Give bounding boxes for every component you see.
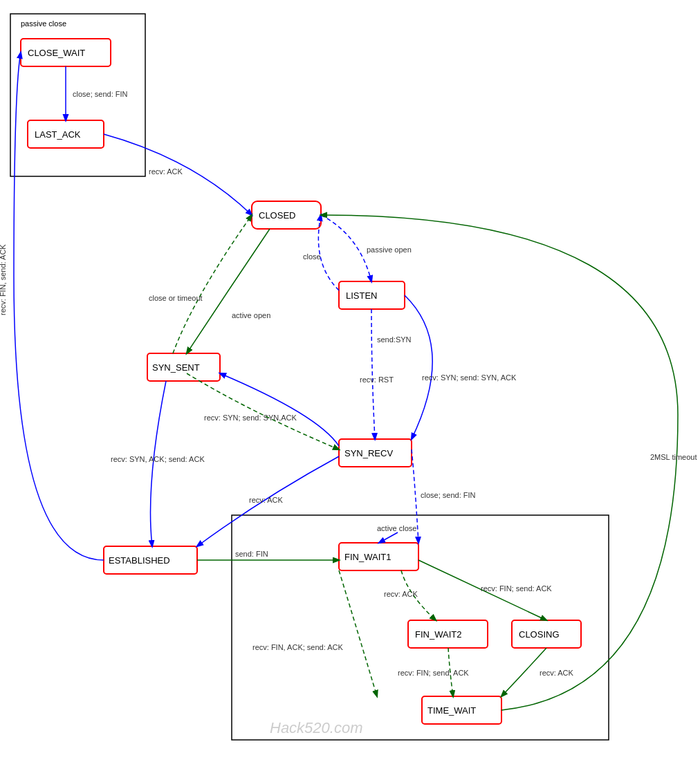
syn-recv-to-syn-sent (220, 373, 339, 446)
recv-fin-send-ack-label2: recv: FIN; send: ACK (481, 584, 552, 593)
closed-label: CLOSED (259, 210, 295, 221)
time-wait-label: TIME_WAIT (427, 705, 476, 716)
recv-fin-send-ack-label3: recv: FIN; send: ACK (398, 669, 469, 677)
recv-ack-label2: recv: ACK (249, 496, 284, 504)
tcp-state-diagram: Hack520.com passive close CLOSE_WAIT LAS… (0, 0, 700, 771)
listen-label: LISTEN (346, 290, 378, 301)
close-or-timeout-label: close or timeout (149, 294, 203, 302)
close-wait-label: CLOSE_WAIT (28, 48, 85, 58)
syn-recv-label: SYN_RECV (344, 448, 393, 458)
recv-ack-label4: recv: ACK (540, 669, 574, 677)
fin-wait1-label: FIN_WAIT1 (344, 552, 391, 562)
last-ack-label: LAST_ACK (35, 129, 81, 140)
close-send-fin-label2: close; send: FIN (421, 491, 476, 499)
close-label: close (303, 252, 321, 261)
closing-label: CLOSING (519, 629, 560, 640)
close-send-fin-label: close; send: FIN (73, 90, 128, 98)
recv-ack-label1: recv: ACK (149, 167, 183, 176)
fin-wait2-label: FIN_WAIT2 (415, 629, 461, 640)
listen-to-closed (318, 215, 339, 290)
recv-syn-send-synack-label2: recv: SYN; send: SYN, ACK (422, 373, 517, 382)
syn-sent-to-closed (173, 215, 252, 353)
syn-sent-to-syn-recv (187, 373, 339, 449)
send-syn-label: send:SYN (377, 335, 412, 344)
watermark: Hack520.com (270, 719, 363, 736)
syn-sent-label: SYN_SENT (152, 362, 200, 373)
active-open-label: active open (232, 311, 270, 319)
2msl-timeout-label: 2MSL timeout (650, 453, 697, 461)
syn-sent-to-established (151, 381, 167, 546)
listen-to-syn-recv (371, 309, 375, 439)
recv-rst-label: recv: RST (360, 375, 394, 384)
fin-wait1-to-time-wait (339, 570, 377, 696)
recv-ack-label3: recv: ACK (384, 590, 418, 598)
send-fin-label: send: FIN (235, 550, 268, 558)
established-label: ESTABLISHED (109, 555, 170, 566)
active-close-arrow (379, 532, 398, 543)
recv-syn-ack-send-ack-label: recv: SYN, ACK; send: ACK (111, 455, 205, 463)
recv-fin-ack-send-ack-label: recv: FIN, ACK; send: ACK (252, 643, 343, 651)
listen-syn-to-syn-recv (405, 295, 432, 439)
closed-to-syn-sent (187, 229, 270, 353)
passive-open-label: passive open (367, 245, 412, 254)
recv-fin-send-ack-label: recv: FIN, send: ACK (0, 244, 7, 315)
active-close-label: active close (377, 524, 416, 532)
recv-syn-send-synack-label: recv: SYN; send: SYN,ACK (204, 414, 297, 422)
passive-close-label: passive close (21, 19, 66, 28)
closed-to-listen (321, 215, 371, 281)
